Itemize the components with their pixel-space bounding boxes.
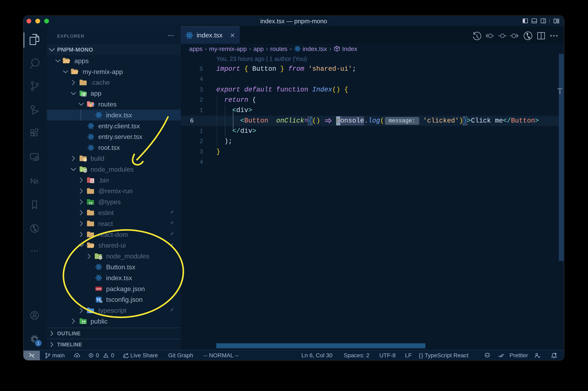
svg-text:npm: npm [96,288,101,290]
svg-text:TS: TS [97,298,101,301]
svg-text:TS: TS [89,201,93,205]
svg-text:JS: JS [99,256,101,259]
svg-text:TS: TS [89,310,93,313]
svg-text:10: 10 [91,181,94,183]
svg-text:JS: JS [84,170,86,172]
